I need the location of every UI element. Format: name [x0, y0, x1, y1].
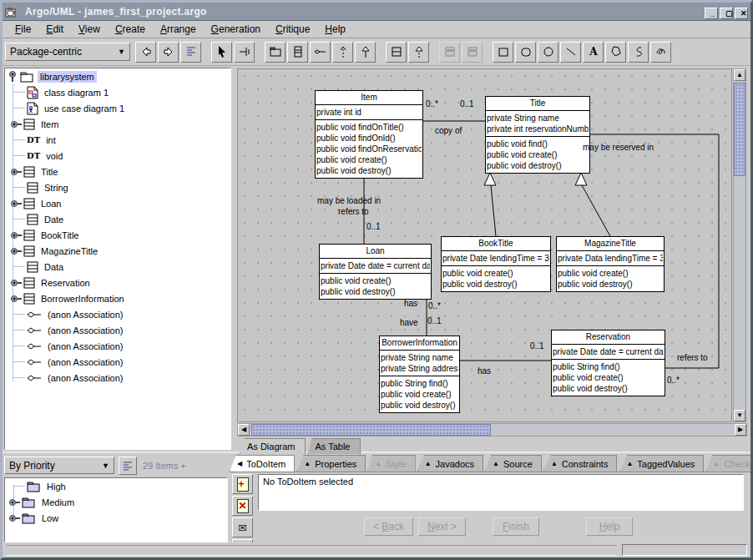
horizontal-scroll-thumb[interactable]: [251, 424, 491, 436]
close-button[interactable]: ✕: [735, 8, 748, 19]
edge-label[interactable]: have: [400, 318, 418, 327]
tree-item-string[interactable]: String: [5, 179, 230, 195]
uml-class-item[interactable]: Itemprivate int idpublic void findOnTitl…: [315, 90, 423, 179]
generalization-tool[interactable]: [355, 42, 376, 63]
menu-generation[interactable]: Generation: [204, 22, 268, 37]
tree-expand-knob-icon[interactable]: [10, 294, 23, 304]
vertical-splitter[interactable]: [231, 66, 237, 452]
tab-as-diagram[interactable]: As Diagram: [240, 438, 306, 454]
tree-item-date[interactable]: Date: [5, 211, 230, 227]
tree-item-booktitle[interactable]: BookTitle: [5, 227, 230, 243]
composition-tool[interactable]: [386, 42, 407, 63]
canvas-vertical-scrollbar[interactable]: ▲▼: [733, 68, 746, 422]
tree-item-anon-association[interactable]: (anon Association): [5, 354, 230, 370]
edge-label[interactable]: 0..1: [530, 341, 544, 351]
diagram-canvas[interactable]: Itemprivate int idpublic void findOnTitl…: [237, 68, 732, 422]
select-tool[interactable]: [211, 42, 232, 63]
rounded-rect-tool[interactable]: [515, 42, 536, 63]
polygon-tool[interactable]: [605, 42, 626, 63]
snooze-button[interactable]: +: [232, 539, 253, 542]
menu-edit[interactable]: Edit: [38, 22, 71, 37]
broom-tool[interactable]: [234, 42, 255, 63]
edge-label[interactable]: 0..*: [428, 301, 441, 310]
rectangle-tool[interactable]: [493, 42, 513, 63]
tab-todoitem[interactable]: ◀ToDoItem: [230, 455, 295, 472]
tab-constraints[interactable]: ▲Constraints: [543, 455, 618, 472]
tree-item-class-diagram-1[interactable]: class diagram 1: [5, 84, 230, 100]
tree-item-void[interactable]: DTvoid: [5, 148, 230, 164]
class-tool[interactable]: [287, 42, 308, 63]
realization-tool[interactable]: [408, 42, 429, 63]
line-tool[interactable]: [560, 42, 581, 63]
edge-label[interactable]: 0..*: [667, 376, 680, 385]
dependency-tool[interactable]: [332, 42, 353, 63]
nav-forward-button[interactable]: [158, 42, 179, 63]
tab-source[interactable]: ▲Source: [485, 455, 542, 472]
tree-item-magazinetitle[interactable]: MagazineTitle: [5, 243, 230, 259]
ink-tool[interactable]: [650, 42, 671, 63]
maximize-button[interactable]: ▢: [720, 8, 733, 19]
edge-label[interactable]: 0..*: [426, 99, 438, 108]
nav-back-button[interactable]: [135, 42, 156, 63]
tree-expand-knob-icon[interactable]: [8, 70, 18, 83]
canvas-horizontal-scrollbar[interactable]: ◀▶: [237, 423, 747, 436]
tree-item-item[interactable]: Item: [5, 116, 230, 132]
tree-item-use-case-diagram-1[interactable]: use case diagram 1: [5, 100, 230, 116]
gen-magazinetitle-title[interactable]: [582, 185, 610, 236]
scroll-right-button[interactable]: ▶: [735, 424, 746, 436]
menu-critique[interactable]: Critique: [268, 22, 317, 37]
tree-item-anon-association[interactable]: (anon Association): [5, 322, 230, 338]
titlebar[interactable]: Argo/UML - james_first_project.argo _▢✕: [3, 3, 750, 21]
tree-item-int[interactable]: DTint: [5, 132, 230, 148]
todo-priority-high[interactable]: High: [5, 478, 227, 494]
todo-filter-combo[interactable]: By Priority ▼: [4, 457, 114, 474]
circle-tool[interactable]: [538, 42, 558, 63]
tree-expand-knob-icon[interactable]: [8, 513, 21, 523]
perspective-combo[interactable]: Package-centric ▼: [5, 43, 130, 61]
tab-as-table[interactable]: As Table: [307, 438, 361, 454]
gen-booktitle-title[interactable]: [491, 185, 496, 236]
tree-expand-knob-icon[interactable]: [10, 199, 23, 209]
uml-class-title[interactable]: Titleprivate String nameprivate int rese…: [485, 96, 590, 174]
todo-config-button[interactable]: [119, 457, 137, 475]
minimize-button[interactable]: _: [705, 8, 718, 19]
todo-message-box[interactable]: No ToDoItem selected: [258, 474, 744, 511]
tree-item-data[interactable]: Data: [5, 259, 230, 275]
edge-label[interactable]: copy of: [435, 126, 462, 135]
todo-tree[interactable]: HighMediumLow: [4, 477, 228, 542]
scroll-down-button[interactable]: ▼: [734, 410, 745, 421]
menu-arrange[interactable]: Arrange: [153, 22, 204, 37]
scroll-up-button[interactable]: ▲: [734, 69, 745, 81]
package-tool[interactable]: [265, 42, 286, 63]
uml-class-booktitle[interactable]: BookTitleprivate Date lendingTime = 30pu…: [441, 236, 551, 292]
tree-item-anon-association[interactable]: (anon Association): [5, 338, 230, 354]
scroll-left-button[interactable]: ◀: [238, 424, 250, 436]
menu-help[interactable]: Help: [317, 22, 353, 37]
explorer-tree[interactable]: librarysystemclass diagram 1use case dia…: [4, 68, 231, 450]
association-tool[interactable]: [310, 42, 331, 63]
edge-label[interactable]: may be reserved in: [583, 143, 654, 152]
edge-label[interactable]: refers to: [338, 207, 369, 216]
tree-item-title[interactable]: Title: [5, 164, 230, 179]
perspective-config-button[interactable]: [180, 42, 201, 63]
resolve-todo-button[interactable]: ✕: [232, 496, 253, 516]
todo-priority-medium[interactable]: Medium: [5, 494, 227, 510]
tree-expand-knob-icon[interactable]: [10, 246, 23, 256]
uml-class-reservation[interactable]: Reservationprivate Date date = current d…: [551, 330, 665, 396]
tree-expand-knob-icon[interactable]: [10, 167, 23, 177]
edge-label[interactable]: 0..1: [427, 316, 442, 325]
menu-view[interactable]: View: [71, 22, 108, 37]
edge-label[interactable]: 0..1: [366, 222, 381, 231]
edge-label[interactable]: has: [404, 299, 417, 308]
tree-item-anon-association[interactable]: (anon Association): [5, 370, 230, 386]
tree-item-anon-association[interactable]: (anon Association): [5, 306, 230, 322]
edge-label[interactable]: may be loaded in: [317, 196, 381, 205]
tree-expand-knob-icon[interactable]: [10, 119, 23, 129]
tree-item-borrowerinformation[interactable]: BorrowerInformation: [5, 290, 230, 306]
uml-class-magazinetitle[interactable]: MagazineTitleprivate Data lendingTime = …: [556, 236, 665, 292]
tree-item-reservation[interactable]: Reservation: [5, 275, 230, 290]
menu-file[interactable]: File: [8, 22, 38, 37]
new-todo-button[interactable]: +: [232, 474, 253, 494]
edge-label[interactable]: refers to: [677, 353, 708, 362]
tab-javadocs[interactable]: ▲Javadocs: [417, 455, 483, 472]
